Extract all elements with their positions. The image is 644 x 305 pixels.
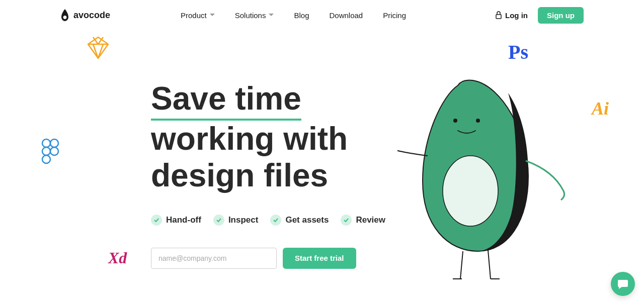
hero-title-line3: design files (151, 157, 328, 193)
main-nav: Product Solutions Blog Download Pricing (181, 11, 406, 20)
svg-point-11 (42, 155, 50, 163)
figma-icon (41, 138, 59, 166)
hero-title-line2: working with (151, 121, 348, 157)
header: avocode Product Solutions Blog Download … (0, 0, 644, 30)
nav-download[interactable]: Download (329, 11, 363, 20)
chevron-down-icon (210, 13, 215, 18)
chat-icon (617, 278, 629, 290)
feature-review: Review (341, 215, 385, 226)
svg-line-5 (460, 251, 463, 279)
svg-point-3 (476, 119, 480, 123)
check-icon (151, 215, 162, 226)
feature-label: Inspect (228, 215, 259, 225)
chevron-down-icon (269, 13, 274, 18)
photoshop-icon: Ps (508, 40, 528, 64)
avocode-logo-icon (60, 9, 69, 21)
nav-blog[interactable]: Blog (294, 11, 309, 20)
check-icon (213, 215, 224, 226)
email-input[interactable] (151, 248, 277, 269)
svg-point-7 (42, 139, 50, 147)
nav-solutions-label: Solutions (235, 11, 266, 20)
svg-point-8 (50, 139, 58, 147)
nav-product-label: Product (181, 11, 207, 20)
svg-point-1 (443, 156, 498, 226)
header-actions: Log in Sign up (495, 7, 584, 24)
svg-rect-0 (496, 15, 501, 19)
svg-line-6 (488, 250, 491, 279)
feature-assets: Get assets (270, 215, 329, 226)
logo[interactable]: avocode (60, 9, 110, 21)
nav-solutions[interactable]: Solutions (235, 11, 274, 20)
start-trial-button[interactable]: Start free trial (283, 248, 356, 269)
feature-label: Get assets (285, 215, 329, 225)
svg-point-2 (453, 119, 457, 123)
illustrator-icon: Ai (592, 98, 609, 119)
adobe-xd-icon: Xd (108, 249, 127, 267)
nav-product[interactable]: Product (181, 11, 215, 20)
nav-pricing[interactable]: Pricing (383, 11, 406, 20)
logo-text: avocode (73, 10, 110, 21)
lock-icon (495, 11, 502, 19)
login-label: Log in (505, 11, 528, 20)
chat-widget-button[interactable] (611, 272, 635, 296)
feature-label: Hand-off (166, 215, 201, 225)
svg-point-10 (50, 147, 58, 155)
nav-blog-label: Blog (294, 11, 309, 20)
signup-button[interactable]: Sign up (538, 7, 584, 24)
check-icon (270, 215, 281, 226)
feature-label: Review (356, 215, 385, 225)
feature-inspect: Inspect (213, 215, 259, 226)
nav-download-label: Download (329, 11, 363, 20)
login-link[interactable]: Log in (495, 11, 528, 20)
check-icon (341, 215, 352, 226)
hero-title-line1: Save time (151, 80, 301, 121)
svg-point-9 (42, 147, 50, 155)
avocado-illustration (397, 65, 569, 281)
feature-handoff: Hand-off (151, 215, 201, 226)
nav-pricing-label: Pricing (383, 11, 406, 20)
sketch-icon (86, 36, 111, 61)
